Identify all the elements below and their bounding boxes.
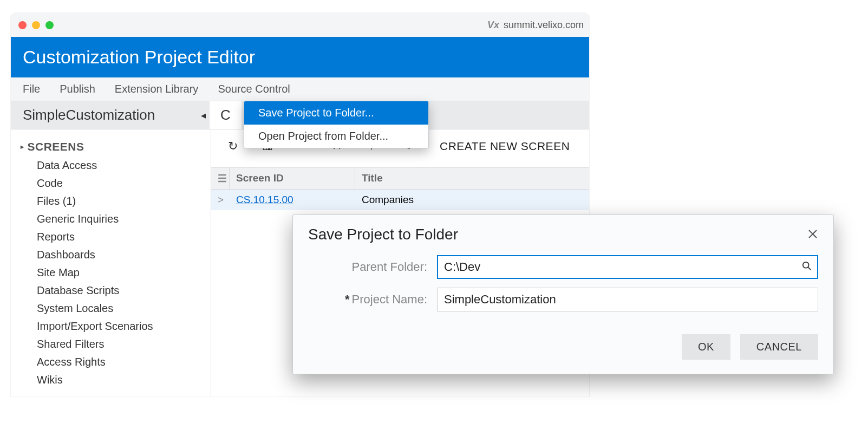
refresh-icon[interactable]: ↻ — [226, 139, 239, 153]
sidebar-item-wikis[interactable]: Wikis — [11, 371, 211, 389]
col-screen-id[interactable]: Screen ID — [230, 168, 355, 189]
sidebar-item-database-scripts[interactable]: Database Scripts — [11, 282, 211, 300]
source-control-dropdown: Save Project to Folder... Open Project f… — [244, 101, 429, 148]
sidebar-item-data-access[interactable]: Data Access — [11, 157, 211, 174]
project-name-input[interactable] — [437, 288, 818, 311]
sidebar-item-generic-inquiries[interactable]: Generic Inquiries — [11, 210, 211, 228]
svg-point-0 — [803, 262, 809, 268]
grid-header: ☰ Screen ID Title — [211, 167, 589, 190]
row-indicator-icon: > — [211, 190, 230, 210]
project-name: SimpleCustomization — [11, 101, 198, 129]
col-title[interactable]: Title — [355, 168, 389, 189]
site-logo: Vx — [487, 20, 499, 31]
sidebar-item-reports[interactable]: Reports — [11, 228, 211, 246]
menu-file[interactable]: File — [23, 83, 40, 95]
ok-button[interactable]: OK — [682, 334, 730, 360]
table-row[interactable]: > CS.10.15.00 Companies — [211, 190, 589, 210]
sidebar-item-import-export[interactable]: Import/Export Scenarios — [11, 317, 211, 335]
sidebar-item-access-rights[interactable]: Access Rights — [11, 353, 211, 371]
row-title: Companies — [355, 190, 420, 210]
sidebar-item-system-locales[interactable]: System Locales — [11, 300, 211, 317]
active-tab[interactable]: C — [210, 101, 242, 129]
screen-id-link[interactable]: CS.10.15.00 — [236, 194, 293, 205]
save-project-dialog: Save Project to Folder Parent Folder: *P… — [292, 214, 834, 374]
browser-address: Vx summit.velixo.com — [11, 20, 589, 31]
dialog-title: Save Project to Folder — [308, 226, 458, 243]
sidebar: ▸ SCREENS Data Access Code Files (1) Gen… — [11, 129, 211, 396]
sidebar-category-screens[interactable]: ▸ SCREENS — [11, 137, 211, 157]
sidebar-category-label: SCREENS — [28, 140, 84, 153]
mac-titlebar: Vx summit.velixo.com — [11, 13, 589, 37]
menu-item-open-project[interactable]: Open Project from Folder... — [244, 125, 428, 148]
menu-item-save-project[interactable]: Save Project to Folder... — [244, 101, 428, 125]
collapse-sidebar-icon[interactable]: ◂ — [198, 109, 207, 121]
sidebar-item-site-map[interactable]: Site Map — [11, 264, 211, 282]
parent-folder-label: Parent Folder: — [315, 260, 437, 274]
menu-publish[interactable]: Publish — [60, 83, 95, 95]
site-url: summit.velixo.com — [504, 20, 584, 31]
sidebar-item-dashboards[interactable]: Dashboards — [11, 246, 211, 264]
menu-source-control[interactable]: Source Control — [218, 83, 290, 95]
sidebar-item-files[interactable]: Files (1) — [11, 192, 211, 210]
disclosure-triangle-icon: ▸ — [21, 143, 24, 151]
sidebar-item-shared-filters[interactable]: Shared Filters — [11, 335, 211, 353]
page-title: Customization Project Editor — [11, 37, 589, 77]
create-new-screen-button[interactable]: CREATE NEW SCREEN — [440, 140, 570, 153]
close-icon[interactable] — [807, 226, 818, 243]
cancel-button[interactable]: CANCEL — [740, 334, 818, 360]
parent-folder-input[interactable] — [437, 255, 818, 279]
menu-extension-library[interactable]: Extension Library — [115, 83, 199, 95]
project-name-label: *Project Name: — [315, 292, 437, 307]
search-icon[interactable] — [802, 261, 812, 273]
column-selector-icon[interactable]: ☰ — [211, 168, 230, 189]
sidebar-item-code[interactable]: Code — [11, 174, 211, 192]
menubar: File Publish Extension Library Source Co… — [11, 77, 589, 101]
